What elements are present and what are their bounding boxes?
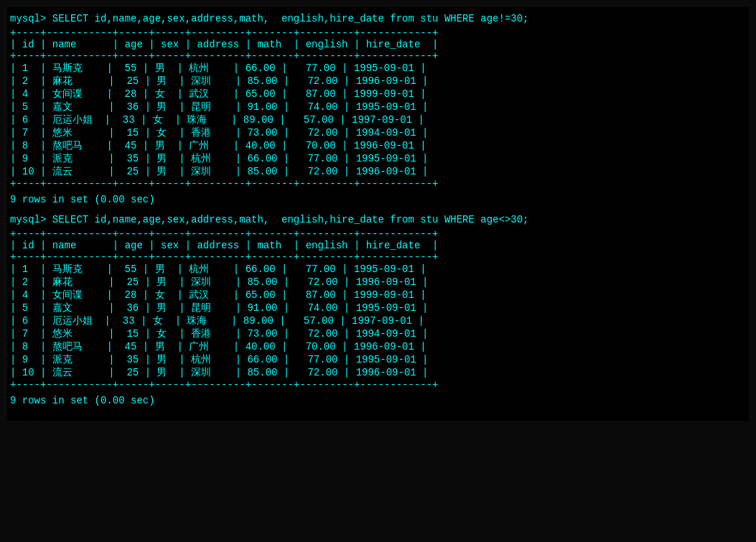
- sql1: SELECT id,name,age,sex,address,math, eng…: [52, 13, 529, 24]
- row1-7: | 8 | 熬吧马 | 45 | 男 | 广州 | 40.00 | 70.00 …: [10, 139, 746, 152]
- header2: | id | name | age | sex | address | math…: [10, 240, 746, 251]
- divider1-mid: +----+-----------+-----+-----+---------+…: [10, 50, 746, 62]
- row2-2: | 2 | 麻花 | 25 | 男 | 深圳 | 85.00 | 72.00 |…: [10, 276, 746, 289]
- table2: +----+-----------+-----+-----+---------+…: [10, 228, 746, 391]
- terminal: mysql> SELECT id,name,age,sex,address,ma…: [7, 7, 749, 421]
- row1-1: | 1 | 马斯克 | 55 | 男 | 杭州 | 66.00 | 77.00 …: [10, 62, 746, 75]
- query1-command: mysql> SELECT id,name,age,sex,address,ma…: [10, 13, 746, 24]
- divider1-bot: +----+-----------+-----+-----+---------+…: [10, 178, 746, 190]
- table1: +----+-----------+-----+-----+---------+…: [10, 27, 746, 190]
- row1-5: | 6 | 厄运小姐 | 33 | 女 | 珠海 | 89.00 | 57.00…: [10, 113, 746, 126]
- query1-section: mysql> SELECT id,name,age,sex,address,ma…: [10, 13, 746, 205]
- row2-1: | 1 | 马斯克 | 55 | 男 | 杭州 | 66.00 | 77.00 …: [10, 263, 746, 276]
- divider2-top: +----+-----------+-----+-----+---------+…: [10, 228, 746, 240]
- row1-9: | 10 | 流云 | 25 | 男 | 深圳 | 85.00 | 72.00 …: [10, 165, 746, 178]
- divider2-mid: +----+-----------+-----+-----+---------+…: [10, 251, 746, 263]
- sql2: SELECT id,name,age,sex,address,math, eng…: [52, 214, 529, 225]
- row1-4: | 5 | 嘉文 | 36 | 男 | 昆明 | 91.00 | 74.00 |…: [10, 101, 746, 113]
- row2-3: | 4 | 女间谍 | 28 | 女 | 武汉 | 65.00 | 87.00 …: [10, 289, 746, 302]
- row1-2: | 2 | 麻花 | 25 | 男 | 深圳 | 85.00 | 72.00 |…: [10, 75, 746, 88]
- result-info2: 9 rows in set (0.00 sec): [10, 395, 746, 406]
- row2-9: | 10 | 流云 | 25 | 男 | 深圳 | 85.00 | 72.00 …: [10, 366, 746, 379]
- divider1-top: +----+-----------+-----+-----+---------+…: [10, 27, 746, 39]
- query2-section: mysql> SELECT id,name,age,sex,address,ma…: [10, 214, 746, 406]
- row2-4: | 5 | 嘉文 | 36 | 男 | 昆明 | 91.00 | 74.00 |…: [10, 302, 746, 314]
- header1: | id | name | age | sex | address | math…: [10, 39, 746, 50]
- row1-8: | 9 | 派克 | 35 | 男 | 杭州 | 66.00 | 77.00 |…: [10, 152, 746, 165]
- row2-5: | 6 | 厄运小姐 | 33 | 女 | 珠海 | 89.00 | 57.00…: [10, 314, 746, 327]
- row1-3: | 4 | 女间谍 | 28 | 女 | 武汉 | 65.00 | 87.00 …: [10, 88, 746, 101]
- divider2-bot: +----+-----------+-----+-----+---------+…: [10, 379, 746, 391]
- row1-6: | 7 | 悠米 | 15 | 女 | 香港 | 73.00 | 72.00 |…: [10, 126, 746, 139]
- row2-7: | 8 | 熬吧马 | 45 | 男 | 广州 | 40.00 | 70.00 …: [10, 340, 746, 353]
- row2-8: | 9 | 派克 | 35 | 男 | 杭州 | 66.00 | 77.00 |…: [10, 353, 746, 366]
- row2-6: | 7 | 悠米 | 15 | 女 | 香港 | 73.00 | 72.00 |…: [10, 327, 746, 340]
- prompt2: mysql>: [10, 214, 52, 225]
- query2-command: mysql> SELECT id,name,age,sex,address,ma…: [10, 214, 746, 225]
- prompt1: mysql>: [10, 13, 52, 24]
- result-info1: 9 rows in set (0.00 sec): [10, 194, 746, 205]
